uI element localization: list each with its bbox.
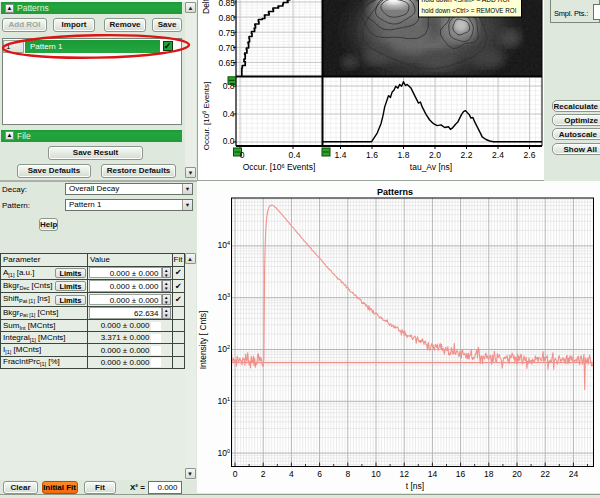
svg-text:6: 6 bbox=[317, 469, 322, 479]
svg-text:0.80: 0.80 bbox=[218, 13, 235, 23]
svg-text:102: 102 bbox=[217, 344, 230, 354]
svg-text:1.6: 1.6 bbox=[366, 150, 378, 160]
svg-text:0.4: 0.4 bbox=[223, 109, 235, 119]
svg-text:hold down <Shift> = ADD ROI: hold down <Shift> = ADD ROI bbox=[422, 0, 510, 4]
svg-text:0.4: 0.4 bbox=[289, 150, 301, 160]
svg-text:4: 4 bbox=[289, 469, 294, 479]
svg-text:0.75: 0.75 bbox=[218, 28, 235, 38]
svg-text:2.2: 2.2 bbox=[461, 150, 473, 160]
svg-text:12: 12 bbox=[399, 469, 409, 479]
svg-text:104: 104 bbox=[217, 240, 230, 250]
svg-text:2.0: 2.0 bbox=[429, 150, 441, 160]
svg-text:22: 22 bbox=[540, 469, 550, 479]
svg-text:Occur. [106 Events]: Occur. [106 Events] bbox=[201, 82, 211, 150]
svg-text:0.70: 0.70 bbox=[218, 43, 235, 53]
svg-text:0.65: 0.65 bbox=[218, 58, 235, 68]
svg-text:Patterns: Patterns bbox=[377, 187, 413, 197]
svg-text:0.0: 0.0 bbox=[223, 136, 235, 146]
svg-text:t [ns]: t [ns] bbox=[406, 481, 424, 491]
svg-text:0: 0 bbox=[233, 469, 238, 479]
svg-text:1.8: 1.8 bbox=[398, 150, 410, 160]
svg-text:hold down <Ctrl> = REMOVE ROI: hold down <Ctrl> = REMOVE ROI bbox=[422, 6, 517, 15]
svg-text:14: 14 bbox=[428, 469, 438, 479]
svg-text:Intensity [ Cnts]: Intensity [ Cnts] bbox=[198, 310, 208, 369]
svg-text:Occur. [106 Events]: Occur. [106 Events] bbox=[243, 162, 316, 172]
svg-text:16: 16 bbox=[456, 469, 466, 479]
svg-text:Delta_Av [ns]: Delta_Av [ns] bbox=[201, 0, 211, 14]
svg-text:1.4: 1.4 bbox=[335, 150, 347, 160]
svg-text:2.4: 2.4 bbox=[492, 150, 504, 160]
svg-text:2: 2 bbox=[261, 469, 266, 479]
svg-text:101: 101 bbox=[217, 395, 230, 405]
svg-text:10: 10 bbox=[371, 469, 381, 479]
svg-text:8: 8 bbox=[345, 469, 350, 479]
svg-text:0: 0 bbox=[240, 150, 245, 160]
svg-text:0.8: 0.8 bbox=[223, 81, 235, 91]
svg-text:2.6: 2.6 bbox=[524, 150, 536, 160]
svg-text:20: 20 bbox=[512, 469, 522, 479]
svg-text:0.85: 0.85 bbox=[218, 0, 235, 8]
svg-text:24: 24 bbox=[569, 469, 579, 479]
svg-text:tau_Av [ns]: tau_Av [ns] bbox=[410, 162, 452, 172]
svg-text:18: 18 bbox=[484, 469, 494, 479]
svg-text:100: 100 bbox=[217, 447, 230, 457]
svg-text:103: 103 bbox=[217, 292, 230, 302]
